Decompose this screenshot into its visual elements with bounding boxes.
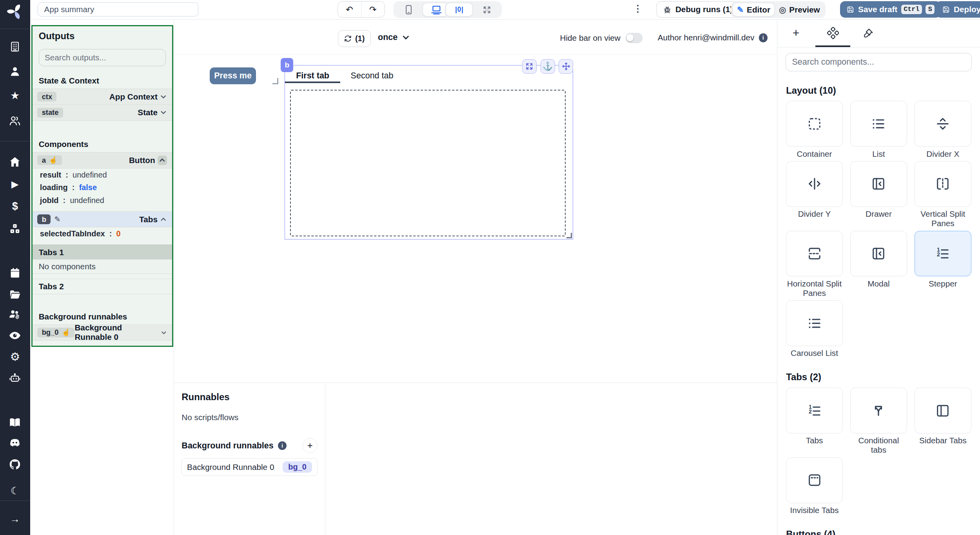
sidebar-tabs-card[interactable] — [915, 388, 971, 433]
debug-runs-button[interactable]: Debug runs (1) — [656, 1, 739, 18]
layout-align-segment: |0| — [445, 1, 502, 18]
tab-first[interactable]: First tab — [285, 69, 340, 83]
runnables-empty-label: No scripts/flows — [181, 413, 325, 422]
calendar-icon[interactable] — [0, 266, 30, 281]
state-row[interactable]: state State — [33, 104, 172, 121]
app-summary-input[interactable]: App summary — [38, 2, 198, 16]
search-outputs-input[interactable]: Search outputs... — [39, 49, 166, 66]
buttons-section-title: Buttons (4) — [786, 529, 971, 535]
kbd-s: S — [926, 5, 935, 14]
press-me-button[interactable]: Press me — [210, 67, 256, 84]
components-tab[interactable] — [815, 19, 850, 47]
carousel-list-card[interactable] — [786, 300, 843, 346]
user-group-settings-icon[interactable] — [0, 307, 30, 322]
device-mode-segment — [394, 1, 451, 18]
divider-y-card[interactable] — [786, 161, 843, 207]
ctx-row[interactable]: ctx App Context — [33, 89, 172, 105]
anchor-component-button[interactable]: ⚓ — [541, 59, 555, 74]
tab-content-dropzone[interactable] — [290, 90, 565, 236]
divider-x-icon — [935, 116, 951, 132]
chevron-up-icon[interactable] — [160, 216, 167, 223]
schedule-dropdown[interactable]: once — [378, 33, 410, 42]
container-card[interactable] — [786, 101, 843, 147]
eye-icon[interactable] — [0, 328, 30, 343]
book-icon[interactable] — [0, 415, 30, 430]
conditional-tabs-card[interactable] — [850, 388, 907, 433]
styling-tab[interactable] — [851, 19, 886, 47]
bg-runnable-badge: bg_0 ☝ — [37, 328, 74, 337]
tabs-2-row[interactable]: Tabs 2 — [33, 279, 172, 294]
expand-component-button[interactable] — [522, 59, 537, 74]
deploy-button[interactable]: Deploy — [936, 1, 980, 17]
library-item-carousel-list: Carousel List — [786, 300, 843, 358]
discord-icon[interactable] — [0, 435, 30, 450]
info-icon[interactable]: i — [278, 441, 287, 450]
svg-text:2: 2 — [809, 408, 812, 414]
star-icon[interactable]: ★ — [0, 88, 30, 103]
info-icon[interactable]: i — [759, 33, 768, 42]
github-icon[interactable] — [0, 457, 30, 472]
tabs-1-row[interactable]: Tabs 1 — [33, 245, 172, 259]
arrow-right-icon[interactable]: → — [0, 512, 30, 527]
more-options-button[interactable]: ⋮ — [633, 3, 643, 14]
hide-bar-toggle[interactable] — [626, 33, 642, 43]
bg-runnable-row[interactable]: bg_0 ☝ Background Runnable 0 — [33, 325, 172, 341]
insert-tab[interactable]: + — [779, 19, 813, 47]
pencil-icon[interactable]: ✎ — [54, 215, 61, 224]
building-icon[interactable] — [0, 39, 30, 54]
users-icon[interactable] — [0, 113, 30, 128]
refresh-icon — [344, 34, 352, 43]
outputs-title: Outputs — [39, 31, 172, 42]
invisible-tabs-card[interactable] — [786, 457, 843, 503]
tab-second[interactable]: Second tab — [340, 69, 404, 83]
save-draft-button[interactable]: Save draft Ctrl S — [840, 1, 941, 17]
collapse-button[interactable] — [158, 156, 167, 165]
component-a-row[interactable]: a ☝ Button — [33, 152, 172, 169]
grid-cell-resize-corner[interactable] — [272, 78, 279, 84]
dollar-icon[interactable]: $ — [0, 199, 30, 214]
robot-icon[interactable] — [0, 370, 30, 385]
vertical-split-card[interactable] — [915, 161, 971, 207]
search-components-input[interactable]: Search components... — [786, 53, 972, 71]
stepper-card[interactable]: 12 — [915, 231, 971, 277]
drawer-card[interactable] — [850, 161, 907, 207]
cubes-icon[interactable] — [0, 221, 30, 236]
top-toolbar: App summary ↶ ↷ |0| — [30, 0, 980, 20]
center-layout-button[interactable]: |0| — [446, 3, 472, 16]
chevron-down-icon[interactable] — [160, 109, 167, 116]
component-resize-handle[interactable] — [566, 233, 572, 238]
home-icon[interactable] — [0, 154, 30, 169]
horizontal-split-card[interactable] — [786, 231, 843, 277]
preview-tab[interactable]: ◎ Preview — [775, 3, 824, 16]
move-component-button[interactable] — [559, 59, 573, 74]
play-icon[interactable]: ▶ — [0, 177, 30, 192]
gear-icon[interactable]: ⚙ — [0, 349, 30, 364]
background-runnable-item[interactable]: Background Runnable 0 bg_0 — [181, 458, 318, 476]
list-card[interactable] — [850, 101, 907, 147]
prop-selected-tab: selectedTabIndex:0 — [33, 227, 172, 240]
redo-button[interactable]: ↷ — [361, 2, 385, 17]
tabs-card[interactable]: 12 — [786, 388, 843, 433]
chevron-down-icon[interactable] — [160, 93, 167, 100]
expand-layout-button[interactable] — [474, 3, 500, 16]
folder-icon[interactable] — [0, 287, 30, 302]
bg-runnable-label: Background Runnable 0 — [74, 323, 158, 342]
component-b-row[interactable]: b ✎ Tabs — [33, 211, 172, 228]
add-background-runnable-button[interactable]: + — [303, 438, 318, 453]
kbd-ctrl: Ctrl — [901, 5, 922, 14]
modal-card[interactable] — [850, 231, 907, 277]
undo-button[interactable]: ↶ — [338, 2, 361, 17]
editor-tab[interactable]: ✎ Editor — [733, 3, 774, 16]
divider-y-icon — [807, 176, 822, 192]
tabs-component-selection[interactable]: b ⚓ First tab Second tab — [285, 65, 573, 239]
editor-preview-segment: ✎ Editor ◎ Preview — [731, 1, 826, 18]
user-icon[interactable] — [0, 64, 30, 79]
mobile-mode-button[interactable] — [396, 3, 422, 16]
active-tab-underline — [285, 82, 340, 83]
prop-jobid: jobId:undefined — [33, 194, 172, 207]
refresh-button[interactable]: (1) — [338, 30, 371, 47]
windmill-logo-icon[interactable] — [0, 4, 30, 19]
divider-x-card[interactable] — [915, 101, 971, 147]
moon-icon[interactable]: ☾ — [0, 483, 30, 498]
chevron-down-icon[interactable] — [161, 329, 167, 336]
